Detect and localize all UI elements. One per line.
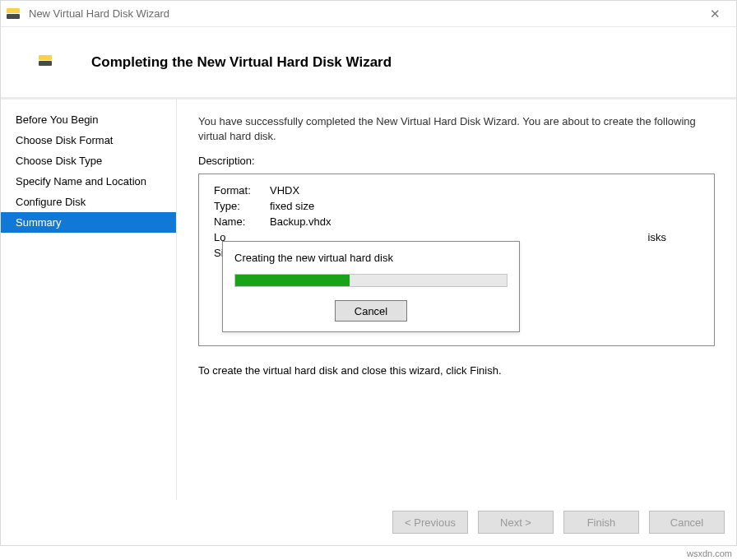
- cancel-button[interactable]: Cancel: [649, 511, 725, 534]
- window-title: New Virtual Hard Disk Wizard: [29, 7, 698, 20]
- row-type: Type: fixed size: [214, 200, 699, 212]
- wizard-header-icon: [39, 55, 53, 70]
- wizard-window: New Virtual Hard Disk Wizard ✕ Completin…: [0, 0, 737, 546]
- format-value: VHDX: [270, 184, 699, 197]
- type-key: Type:: [214, 200, 270, 212]
- format-key: Format:: [214, 184, 270, 197]
- sidebar-step-configure-disk[interactable]: Configure Disk: [1, 192, 176, 212]
- progress-bar-fill: [235, 275, 350, 286]
- page-title: Completing the New Virtual Hard Disk Wiz…: [91, 54, 392, 71]
- progress-title: Creating the new virtual hard disk: [234, 252, 508, 264]
- name-key: Name:: [214, 215, 270, 228]
- footnote-text: To create the virtual hard disk and clos…: [198, 364, 715, 377]
- row-format: Format: VHDX: [214, 184, 699, 197]
- titlebar: New Virtual Hard Disk Wizard ✕: [1, 1, 736, 27]
- next-button[interactable]: Next >: [478, 511, 554, 534]
- description-label: Description:: [198, 155, 715, 167]
- name-value: Backup.vhdx: [270, 215, 699, 228]
- sidebar-step-before-you-begin[interactable]: Before You Begin: [1, 109, 176, 130]
- progress-cancel-button[interactable]: Cancel: [335, 300, 407, 322]
- intro-text: You have successfully completed the New …: [198, 114, 715, 143]
- type-value: fixed size: [270, 200, 699, 212]
- wizard-icon: [6, 7, 21, 21]
- sidebar-step-summary[interactable]: Summary: [1, 212, 176, 233]
- row-name: Name: Backup.vhdx: [214, 215, 699, 228]
- progress-bar: [234, 274, 508, 287]
- sidebar-step-choose-disk-format[interactable]: Choose Disk Format: [1, 130, 176, 150]
- watermark: wsxdn.com: [687, 548, 732, 558]
- previous-button[interactable]: < Previous: [392, 511, 468, 534]
- sidebar: Before You Begin Choose Disk Format Choo…: [1, 100, 177, 499]
- finish-button[interactable]: Finish: [563, 511, 639, 534]
- wizard-header: Completing the New Virtual Hard Disk Wiz…: [1, 27, 736, 100]
- progress-dialog: Creating the new virtual hard disk Cance…: [222, 241, 520, 332]
- sidebar-step-specify-name-location[interactable]: Specify Name and Location: [1, 171, 176, 192]
- sidebar-step-choose-disk-type[interactable]: Choose Disk Type: [1, 150, 176, 171]
- footer: < Previous Next > Finish Cancel: [1, 499, 736, 545]
- close-icon[interactable]: ✕: [698, 7, 731, 21]
